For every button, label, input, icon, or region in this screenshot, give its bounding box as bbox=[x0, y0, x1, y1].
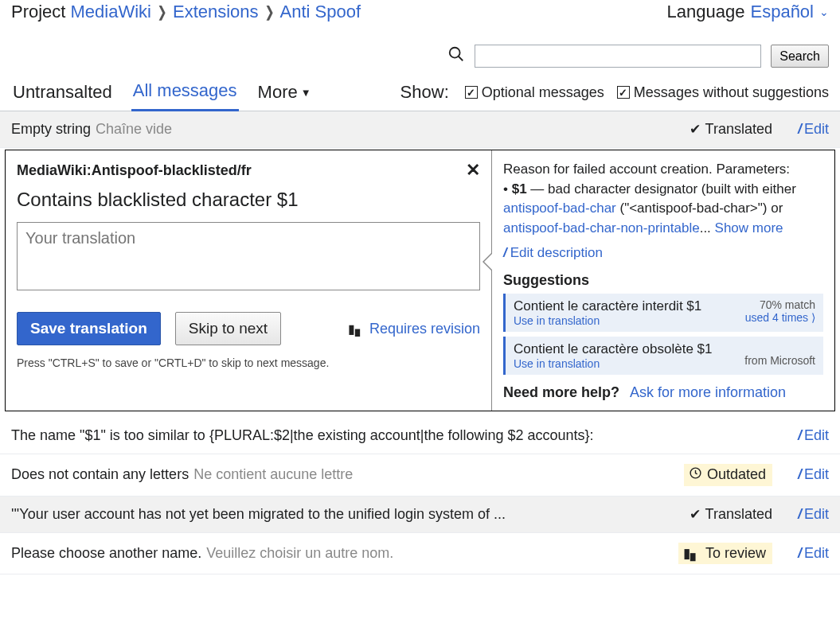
pointer-icon bbox=[483, 252, 492, 271]
pencil-icon: / bbox=[798, 121, 802, 138]
breadcrumb-project-link[interactable]: MediaWiki bbox=[70, 2, 150, 22]
search-button[interactable]: Search bbox=[771, 45, 829, 68]
tab-untranslated[interactable]: Untransalted bbox=[11, 77, 114, 111]
checkbox-label: Optional messages bbox=[482, 84, 604, 101]
breadcrumb: Project MediaWiki ❭ Extensions ❭ Anti Sp… bbox=[11, 2, 361, 22]
caret-down-icon: ▼ bbox=[301, 87, 311, 99]
check-icon: ✔ bbox=[690, 506, 701, 523]
message-source: The name "$1" is too similar to {PLURAL:… bbox=[11, 427, 594, 444]
chevron-right-icon: ❭ bbox=[156, 3, 168, 21]
pencil-icon: / bbox=[798, 506, 802, 523]
status-label: To review bbox=[705, 545, 766, 562]
svg-line-1 bbox=[459, 56, 463, 60]
close-icon[interactable]: ✕ bbox=[466, 160, 480, 181]
pencil-icon: / bbox=[798, 466, 802, 483]
chevron-right-icon: ❭ bbox=[264, 3, 275, 21]
message-translation: Veuillez choisir un autre nom. bbox=[206, 545, 393, 562]
use-in-translation-link[interactable]: Use in translation bbox=[514, 357, 713, 370]
checkbox-icon: ✓ bbox=[465, 86, 478, 99]
flag-icon: ▮▖ bbox=[348, 321, 365, 337]
use-in-translation-link[interactable]: Use in translation bbox=[514, 314, 701, 327]
language-selector[interactable]: Language Español ⌄ bbox=[667, 2, 829, 22]
message-translation: Ne contient aucune lettre bbox=[193, 466, 353, 483]
suggestion-meta: 70% match used 4 times ⟩ bbox=[745, 298, 815, 327]
pencil-icon: / bbox=[798, 427, 802, 444]
edit-link[interactable]: / Edit bbox=[798, 121, 829, 138]
language-value: Español bbox=[750, 2, 814, 22]
status-label: Outdated bbox=[707, 466, 766, 483]
translation-input[interactable] bbox=[17, 222, 480, 290]
message-source: Does not contain any letters bbox=[11, 466, 189, 483]
skip-button[interactable]: Skip to next bbox=[175, 312, 281, 345]
suggestion-text: Contient le caractère obsolète $1 bbox=[514, 341, 713, 357]
keyboard-hint: Press "CTRL+S" to save or "CRTL+D" to sk… bbox=[17, 356, 480, 369]
translation-editor: MediaWiki:Antispoof-blacklisted/fr ✕ Con… bbox=[5, 150, 835, 411]
edit-link[interactable]: / Edit bbox=[798, 545, 829, 562]
chevron-down-icon: ⌄ bbox=[819, 6, 829, 18]
edit-label: Edit bbox=[804, 427, 829, 444]
edit-link[interactable]: / Edit bbox=[798, 466, 829, 483]
message-source: '''Your user account has not yet been mi… bbox=[11, 506, 506, 523]
show-more-link[interactable]: Show more bbox=[715, 220, 783, 236]
edit-description-link[interactable]: / Edit description bbox=[503, 245, 823, 261]
message-row[interactable]: '''Your user account has not yet been mi… bbox=[0, 497, 840, 533]
svg-point-0 bbox=[450, 47, 460, 57]
message-description: Reason for failed account creation. Para… bbox=[503, 160, 823, 239]
search-input[interactable] bbox=[475, 45, 761, 68]
message-row[interactable]: Does not contain any letters Ne contient… bbox=[0, 454, 840, 497]
link-antispoof-bad-char[interactable]: antispoof-bad-char bbox=[503, 201, 616, 216]
checkbox-optional-messages[interactable]: ✓ Optional messages bbox=[465, 84, 604, 101]
clock-icon bbox=[689, 466, 702, 484]
edit-link[interactable]: / Edit bbox=[798, 427, 829, 444]
checkbox-label: Messages without suggestions bbox=[634, 84, 829, 101]
edit-link[interactable]: / Edit bbox=[798, 506, 829, 523]
checkbox-icon: ✓ bbox=[617, 86, 630, 99]
suggestion-item: Contient le caractère obsolète $1 Use in… bbox=[503, 337, 823, 375]
need-help-label: Need more help? bbox=[503, 384, 619, 400]
message-source: Empty string bbox=[11, 121, 91, 138]
message-row[interactable]: Empty string Chaîne vide ✔ Translated / … bbox=[0, 111, 840, 148]
edit-label: Edit bbox=[804, 506, 829, 523]
tab-all-messages[interactable]: All messages bbox=[131, 76, 239, 111]
suggestions-heading: Suggestions bbox=[503, 272, 823, 289]
pencil-icon: / bbox=[798, 545, 802, 562]
message-row[interactable]: Please choose another name. Veuillez cho… bbox=[0, 533, 840, 574]
tab-more-label: More bbox=[258, 82, 298, 103]
check-icon: ✔ bbox=[690, 121, 701, 138]
tab-more[interactable]: More ▼ bbox=[256, 77, 313, 111]
save-translation-button[interactable]: Save translation bbox=[17, 312, 161, 345]
status-to-review: ▮▖ To review bbox=[678, 543, 772, 564]
status-translated: ✔ Translated bbox=[690, 121, 772, 138]
suggestion-text: Contient le caractère interdit $1 bbox=[514, 298, 701, 314]
status-outdated: Outdated bbox=[684, 464, 772, 486]
show-label: Show: bbox=[400, 82, 449, 103]
breadcrumb-extensions-link[interactable]: Extensions bbox=[173, 2, 259, 22]
status-label: Translated bbox=[705, 121, 772, 138]
checkbox-without-suggestions[interactable]: ✓ Messages without suggestions bbox=[617, 84, 829, 101]
breadcrumb-project-label: Project bbox=[11, 2, 65, 22]
language-label: Language bbox=[667, 2, 745, 22]
edit-label: Edit bbox=[804, 545, 829, 562]
search-icon[interactable] bbox=[447, 45, 465, 68]
editor-title: MediaWiki:Antispoof-blacklisted/fr bbox=[17, 162, 252, 179]
message-translation: Chaîne vide bbox=[96, 121, 172, 138]
pencil-icon: / bbox=[503, 245, 507, 261]
requires-revision-label: Requires revision bbox=[369, 321, 480, 337]
edit-label: Edit bbox=[804, 121, 829, 138]
breadcrumb-leaf-link[interactable]: Anti Spoof bbox=[280, 2, 361, 22]
status-label: Translated bbox=[705, 506, 772, 523]
suggestion-item: Contient le caractère interdit $1 Use in… bbox=[503, 294, 823, 332]
message-source: Please choose another name. bbox=[11, 545, 201, 562]
status-translated: ✔ Translated bbox=[690, 506, 772, 523]
suggestion-meta: from Microsoft bbox=[744, 341, 815, 370]
edit-label: Edit bbox=[804, 466, 829, 483]
ask-info-link[interactable]: Ask for more information bbox=[630, 384, 786, 400]
flag-icon: ▮▖ bbox=[683, 545, 701, 562]
message-row[interactable]: The name "$1" is too similar to {PLURAL:… bbox=[0, 418, 840, 454]
requires-revision-link[interactable]: ▮▖ Requires revision bbox=[348, 321, 480, 337]
source-text: Contains blacklisted character $1 bbox=[17, 189, 480, 211]
link-antispoof-non-printable[interactable]: antispoof-bad-char-non-printable bbox=[503, 220, 700, 236]
